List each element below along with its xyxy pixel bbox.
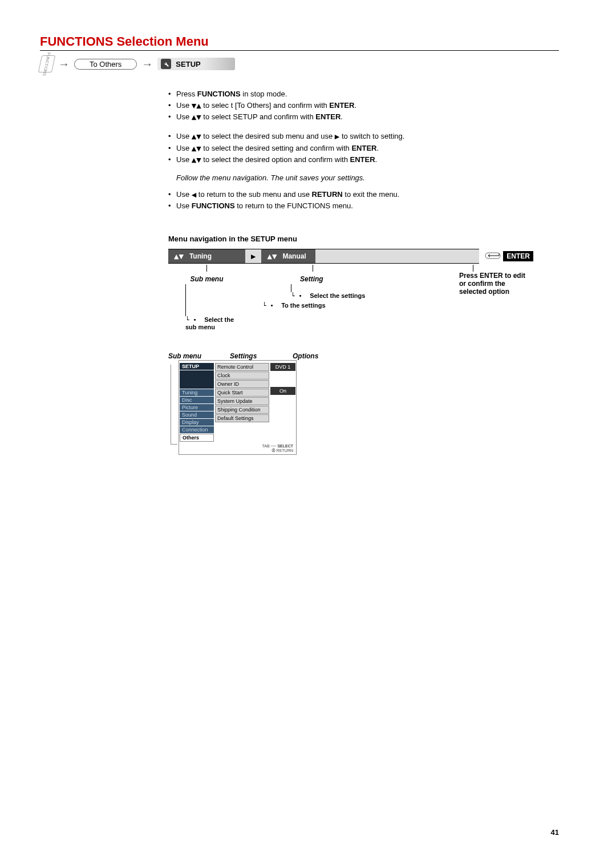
nav-setting-label: Setting (300, 275, 453, 283)
page-title: FUNCTIONS Selection Menu (40, 34, 559, 51)
enter-badge: ENTER (503, 251, 533, 261)
mock-settings-list: Remote ControlClockOwner IDQuick StartSy… (215, 363, 269, 442)
nav-tosettings-note: To the settings (281, 302, 325, 309)
instruction-list-1: Press FUNCTIONS in stop mode.Use ▼▲ to s… (168, 88, 533, 123)
nav-enter-cell: ENTER (479, 249, 533, 264)
mock-bottom-legend: TAB ── SELECT ⦿ RETURN (180, 444, 295, 453)
nav-arrow-cell: ▶ (245, 249, 261, 264)
instruction-item: Use ◀ to return to the sub menu and use … (168, 189, 533, 200)
mock-options-col: DVD 1On (270, 363, 295, 442)
instruction-item: Use FUNCTIONS to return to the FUNCTIONS… (168, 200, 533, 212)
nav-gradient-strip (315, 249, 479, 264)
instruction-item: Use ▲▼ to select the desired sub menu an… (168, 131, 533, 142)
instruction-item: Use ▲▼ to select SETUP and confirm with … (168, 111, 533, 123)
breadcrumb-to-others: To Others (74, 59, 137, 70)
nav-submenu-label: Sub menu (168, 275, 245, 283)
functions-remote-icon: FUNCTIONS (38, 55, 55, 72)
mock-trace-line (168, 360, 179, 454)
instruction-list-3: Use ◀ to return to the sub menu and use … (168, 189, 533, 212)
instruction-item: Press FUNCTIONS in stop mode. (168, 88, 533, 100)
instruction-item: Use ▼▲ to selec t [To Others] and confir… (168, 100, 533, 111)
page-number: 41 (551, 828, 559, 837)
arrow-right-icon: → (56, 58, 72, 71)
nav-setting-note: Select the settings (310, 292, 365, 299)
nav-enter-note: Press ENTER to edit or confirm the selec… (453, 272, 533, 296)
setup-mock-labels: Sub menu Settings Options (168, 352, 533, 360)
enter-key-icon (485, 252, 501, 261)
nav-tuning-cell: ▲▼ Tuning (168, 249, 245, 264)
nav-tuning-label: Tuning (189, 252, 212, 260)
breadcrumb: FUNCTIONS → To Others → SETUP (40, 55, 559, 72)
wrench-icon (161, 59, 171, 69)
nav-manual-label: Manual (282, 252, 306, 260)
instruction-item: Use ▲▼ to select the desired option and … (168, 154, 533, 165)
mock-sidebar: SETUPTuningDiscPictureSoundDisplayConnec… (180, 363, 214, 442)
followup-note: Follow the menu navigation. The unit sav… (168, 173, 533, 182)
nav-manual-cell: ▲▼ Manual (261, 249, 315, 264)
nav-heading: Menu navigation in the SETUP menu (168, 235, 533, 243)
breadcrumb-setup-label: SETUP (176, 60, 200, 68)
setup-mock-panel: SETUPTuningDiscPictureSoundDisplayConnec… (179, 360, 297, 454)
breadcrumb-setup: SETUP (157, 58, 234, 70)
arrow-right-icon: → (139, 58, 155, 71)
updown-icon: ▲▼ (267, 253, 277, 260)
nav-diagram: ▲▼ Tuning ▶ ▲▼ Manual ENTER (168, 249, 533, 330)
instruction-list-2: Use ▲▼ to select the desired sub menu an… (168, 131, 533, 165)
instruction-item: Use ▲▼ to select the desired setting and… (168, 143, 533, 154)
updown-icon: ▲▼ (174, 253, 184, 260)
